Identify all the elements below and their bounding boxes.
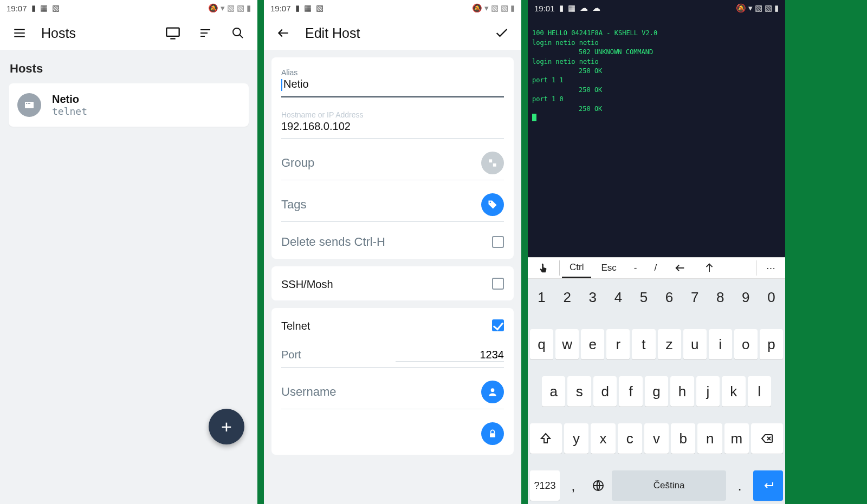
ctrl-key[interactable]: Ctrl [562,258,591,278]
arrow-left-icon [276,26,290,40]
app-bar: Hosts [0,16,257,50]
delete-ctrlh-checkbox[interactable] [492,236,504,248]
key-0[interactable]: 0 [760,282,783,312]
confirm-button[interactable] [491,22,513,44]
username-input[interactable]: Username [281,385,474,399]
comma-key[interactable]: , [562,470,585,501]
key-z[interactable]: z [658,329,681,359]
key-w[interactable]: w [555,329,579,359]
key-q[interactable]: q [530,329,553,359]
add-host-fab[interactable]: + [209,409,244,444]
key-a[interactable]: a [542,376,565,407]
key-m[interactable]: m [724,423,749,454]
host-row[interactable]: Netio telnet [9,83,249,127]
key-v[interactable]: v [644,423,669,454]
dash-key[interactable]: - [626,258,645,278]
key-1[interactable]: 1 [530,282,553,312]
group-input[interactable]: Group [281,156,474,170]
telnet-checkbox[interactable] [492,319,504,331]
key-8[interactable]: 8 [709,282,732,312]
terminal-cursor [532,114,536,121]
key-c[interactable]: c [618,423,642,454]
tags-picker-button[interactable] [481,193,504,216]
port-input[interactable]: 1234 [396,349,504,362]
backspace-key[interactable] [751,423,783,454]
svg-rect-10 [490,433,495,437]
alias-input[interactable]: Netio [281,78,504,91]
search-button[interactable] [227,22,249,44]
key-g[interactable]: g [645,376,668,407]
key-2[interactable]: 2 [555,282,579,312]
key-s[interactable]: s [567,376,591,407]
terminal-output[interactable]: 100 HELLO 04241F8A - KSHELL V2.0 login n… [528,16,785,137]
svg-rect-3 [26,103,27,104]
display-button[interactable] [162,22,184,44]
left-key[interactable] [667,258,694,278]
key-f[interactable]: f [619,376,642,407]
symbols-key[interactable]: ?123 [530,470,560,501]
status-bar: 19:07 ▮ ▦ ▧ 🔕 ▾ ▧ ▧ ▮ [0,0,257,16]
key-3[interactable]: 3 [581,282,604,312]
key-i[interactable]: i [709,329,732,359]
key-n[interactable]: n [697,423,722,454]
shift-key[interactable] [530,423,562,454]
backspace-icon [761,432,774,445]
status-bar: 19:07 ▮ ▦ ▧ 🔕 ▾ ▧ ▧ ▮ [264,0,521,16]
status-calendar-icon: ▦ [40,3,48,13]
status-image-icon: ▧ [52,3,60,13]
esc-key[interactable]: Esc [593,258,624,278]
group-picker-button[interactable] [481,152,504,174]
key-y[interactable]: y [564,423,588,454]
key-e[interactable]: e [581,329,604,359]
key-h[interactable]: h [670,376,694,407]
status-battery-icon: ▮ [510,3,515,13]
svg-rect-6 [489,159,492,162]
key-4[interactable]: 4 [606,282,630,312]
hostname-label: Hostname or IP Address [281,110,504,119]
tags-input[interactable]: Tags [281,198,474,212]
status-battery-icon: ▮ [774,3,779,13]
arrow-left-icon [674,262,686,274]
sort-button[interactable] [195,22,216,44]
key-b[interactable]: b [671,423,695,454]
more-key[interactable]: ⋯ [759,258,783,278]
alias-label: Alias [281,68,504,77]
key-u[interactable]: u [683,329,707,359]
slash-key[interactable]: / [646,258,664,278]
key-t[interactable]: t [632,329,655,359]
status-app-icon: ▮ [295,3,300,13]
app-bar: Edit Host [264,16,521,50]
space-key[interactable]: Čeština [612,470,726,501]
status-cloud-icon: ☁ [580,3,588,13]
status-time: 19:01 [534,4,555,13]
back-button[interactable] [273,22,294,44]
key-7[interactable]: 7 [683,282,707,312]
key-6[interactable]: 6 [658,282,681,312]
key-x[interactable]: x [591,423,615,454]
key-j[interactable]: j [696,376,720,407]
user-picker-button[interactable] [481,381,504,403]
key-p[interactable]: p [760,329,783,359]
status-cloud2-icon: ☁ [592,3,600,13]
section-title: Hosts [0,50,257,83]
key-r[interactable]: r [606,329,630,359]
ssh-mosh-checkbox[interactable] [492,278,504,290]
key-9[interactable]: 9 [734,282,758,312]
key-k[interactable]: k [722,376,745,407]
up-key[interactable] [696,258,723,278]
language-key[interactable] [587,470,610,501]
period-key[interactable]: . [728,470,751,501]
key-l[interactable]: l [748,376,771,407]
menu-button[interactable] [9,22,30,44]
key-d[interactable]: d [593,376,617,407]
enter-key[interactable] [753,470,783,501]
svg-rect-0 [166,28,179,36]
monitor-icon [165,25,180,41]
password-picker-button[interactable] [481,422,504,445]
key-o[interactable]: o [734,329,758,359]
touch-mode-button[interactable] [530,258,557,278]
hostname-input[interactable]: 192.168.0.102 [281,120,504,133]
key-5[interactable]: 5 [632,282,655,312]
status-wifi-icon: ▾ [221,3,225,13]
status-calendar-icon: ▦ [304,3,312,13]
